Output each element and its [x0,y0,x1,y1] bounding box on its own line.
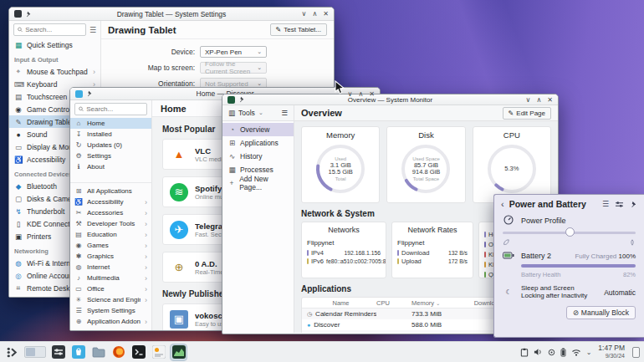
power-profile-slider[interactable] [503,227,636,238]
back-icon[interactable]: ‹ [501,199,504,209]
sidebar-item[interactable]: ▤ Education › [70,229,151,240]
sidebar-item[interactable]: ✱ Graphics › [70,251,151,262]
monitor-titlebar[interactable]: Overview — System Monitor ∨∧✕ [222,94,558,105]
sidebar-item-label: Games [87,242,141,249]
battery-tray-icon[interactable] [560,348,566,357]
pin-icon[interactable] [25,11,32,18]
sidebar-item[interactable]: ℹ About [70,161,151,172]
sidebar-item[interactable]: ⚒ Developer Tools › [70,218,151,229]
sidebar-item[interactable]: ✂ Accessories › [70,207,151,218]
sidebar-item[interactable]: ▭ Office › [70,283,151,294]
dropdown[interactable]: Follow the Current Screen ⌄ [200,62,267,74]
sidebar-item[interactable]: ▦ Quick Settings [9,38,100,51]
maximize-icon[interactable]: ∧ [536,96,541,104]
media-icon[interactable] [548,349,555,356]
sidebar-item[interactable]: ↧ Installed [70,129,151,140]
sidebar-item[interactable] [70,172,151,183]
sleep-value[interactable]: Automatic [604,288,636,297]
sidebar-item[interactable]: Input & Output [9,54,100,65]
sidebar-item[interactable]: ♿ Accessibility › [70,196,151,207]
clipboard-icon[interactable] [520,348,529,357]
chevron-right-icon: › [145,274,147,283]
taskbar-discover[interactable] [70,344,86,360]
discover-search[interactable] [74,103,147,115]
audio-volume-icon[interactable] [534,348,543,356]
settings-search[interactable] [13,23,86,36]
taskbar-system-settings[interactable] [50,344,66,360]
sidebar-item[interactable]: ⌂ Home [70,118,151,129]
app-launcher-button[interactable] [4,344,20,360]
hamburger-icon[interactable]: ☰ [602,200,609,208]
gauge-card[interactable]: Disk Used Space 85.7 GiB 914.8 GiB Total… [386,126,465,203]
pin-icon[interactable] [630,201,637,208]
sidebar-item[interactable]: ◔ Overview [222,123,294,136]
manually-block-button[interactable]: ⊘ Manually Block [566,306,636,319]
minimize-icon[interactable]: ∨ [526,96,531,104]
sidebar-item[interactable]: ↻ Updates (0) [70,140,151,150]
configure-icon[interactable] [615,201,624,208]
sidebar-item-icon: ● [14,130,23,139]
sidebar-item[interactable]: ⊞ All Applications [70,186,151,196]
sidebar-item[interactable]: ⚙ Settings [70,150,151,161]
gauge-card[interactable]: Memory Used 3.1 GiB 15.5 GiB Total [301,126,380,203]
sidebar-item-icon: ▣ [14,232,23,241]
minimize-icon[interactable]: ∨ [302,10,307,18]
sidebar-item-label: Multimedia [87,274,141,282]
sidebar-item-icon: ▤ [74,231,83,238]
process-icon: ● [307,322,310,328]
sidebar-item-icon: ⚒ [74,220,83,227]
close-icon[interactable]: ✕ [369,90,375,98]
test-tablet-button[interactable]: ✎Test Tablet... [270,23,327,36]
pin-icon[interactable] [238,96,245,103]
virtual-desktop-pager[interactable] [24,346,46,358]
close-icon[interactable]: ✕ [547,96,553,104]
taskbar-kontact[interactable] [151,344,166,360]
taskbar-konsole[interactable] [130,344,146,360]
edit-page-button[interactable]: ✎Edit Page [503,107,551,120]
sidebar-item-icon: ⊛ [74,329,83,331]
sidebar-item[interactable]: ✳ Science and Engineering › [70,294,151,305]
show-desktop-button[interactable] [632,347,640,358]
maximize-icon[interactable]: ∧ [312,10,317,18]
taskbar-dolphin[interactable] [90,344,106,360]
dropdown[interactable]: XP-Pen Pen ⌄ [200,46,267,58]
sidebar-item[interactable]: ⊕ Application Addons › [70,316,151,327]
sidebar-item[interactable]: ⊞ Applications [222,136,294,150]
slider-thumb[interactable] [565,227,575,237]
minimize-icon[interactable]: ∨ [348,90,353,98]
tools-menu-button[interactable]: Tools [238,109,255,117]
dropdown-value: XP-Pen Pen [205,48,242,56]
network-wireless-icon[interactable] [571,349,581,356]
networks-card[interactable]: Networks Flippynet IPv4192.168.1.156 [301,222,386,278]
power-battery-panel: ‹ Power and Battery ☰ Power Profile Bat [493,194,644,338]
gauge-card[interactable]: CPU 5.3% [473,126,551,203]
pin-icon[interactable] [86,90,93,97]
digital-clock[interactable]: 1:47 PM 9/30/24 [598,344,625,359]
column-header[interactable]: Memory⌄ [411,299,460,307]
discover-search-input[interactable] [86,105,143,113]
sidebar-item[interactable]: ♪ Multimedia › [70,273,151,283]
desktop-1[interactable] [26,348,35,356]
sidebar-item[interactable]: ◍ Internet › [70,262,151,273]
sidebar-item[interactable]: ∿ History [222,150,294,163]
desktop-2[interactable] [36,348,45,356]
close-icon[interactable]: ✕ [323,10,329,18]
maximize-icon[interactable]: ∧ [358,90,363,98]
tray-expander-icon[interactable]: ⌄ [586,349,592,356]
hamburger-icon[interactable]: ☰ [281,109,288,117]
sidebar-item[interactable]: ◉ Games › [70,240,151,251]
sidebar-item[interactable]: + Add New Page... [222,176,294,190]
taskbar-system-monitor[interactable] [171,344,187,360]
hamburger-icon[interactable]: ☰ [89,26,96,34]
sidebar-item[interactable]: ⌖ Mouse & Touchpad › [9,65,100,78]
taskbar-firefox[interactable] [110,344,126,360]
column-header[interactable]: CPU [376,299,411,307]
network-rates-card[interactable]: Network Rates Flippynet Download132 B/s [391,222,473,278]
column-header[interactable]: Name [307,299,376,307]
form-label: Map to screen: [101,64,200,72]
sidebar-item[interactable]: ⊛ Plasma Addons › [70,327,151,331]
sidebar-item[interactable]: ☰ System Settings [70,305,151,316]
settings-titlebar[interactable]: Drawing Tablet — System Settings ∨∧✕ [9,8,334,21]
settings-search-input[interactable] [25,26,82,33]
chevron-down-icon: ⌄ [257,48,262,55]
